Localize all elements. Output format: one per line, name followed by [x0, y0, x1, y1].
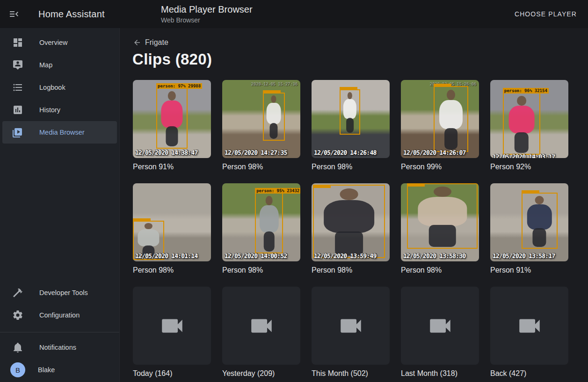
detection-score-chip [522, 190, 539, 194]
person-head-figure [145, 223, 152, 229]
clip-timestamp-overlay: 12/05/2020 13:58:17 [492, 252, 555, 259]
clip-thumbnail: 12/05/2020 13:58:30 [401, 183, 479, 261]
video-camera-icon [248, 312, 275, 339]
clip-card[interactable]: person: 95% 23432 12/05/2020 14:00:52 Pe… [222, 183, 300, 274]
sidebar-toggle-button[interactable] [3, 3, 25, 25]
person-head-figure [340, 188, 358, 200]
clip-thumbnail: 2020-12-05 15:27:36 12/05/2020 14:27:35 [222, 80, 300, 158]
sidebar-item-configuration[interactable]: Configuration [2, 304, 117, 326]
folder-card-back[interactable]: Back (427) [490, 287, 568, 378]
folder-card-today[interactable]: Today (164) [133, 287, 211, 378]
sidebar-item-map[interactable]: Map [2, 54, 117, 76]
detection-bounding-box: person: 95% 23432 [255, 193, 283, 253]
person-legs-figure [444, 128, 457, 150]
clip-timestamp-overlay: 12/05/2020 14:26:07 [403, 149, 466, 156]
person-head-figure [535, 196, 544, 205]
clip-card[interactable]: 2020-12-05 15:26:06 12/05/2020 14:26:07 … [401, 80, 479, 171]
detection-bounding-box [340, 89, 360, 135]
clip-card[interactable]: 12/05/2020 13:58:17 Person 91% [490, 183, 568, 274]
clip-thumbnail: person: 97% 29988 12/05/2020 14:38:47 [133, 80, 211, 158]
list-bulleted-icon [12, 82, 23, 93]
clip-card[interactable]: 12/05/2020 13:59:49 Person 98% [312, 183, 390, 274]
person-legs-figure [428, 225, 456, 246]
choose-player-button[interactable]: CHOOSE PLAYER [511, 0, 581, 28]
camera-osd-datetime: 2020-12-05 15:27:36 [251, 81, 298, 86]
clip-card[interactable]: 2020-12-05 15:27:36 12/05/2020 14:27:35 … [222, 80, 300, 171]
breadcrumb-back-frigate[interactable]: Frigate [133, 38, 168, 47]
person-legs-figure [264, 231, 274, 252]
detection-score-chip: person: 95% 23432 [255, 188, 300, 194]
avatar: B [10, 362, 25, 377]
clip-label: Person 92% [490, 162, 568, 171]
media-player-subtitle: Web Browser [161, 16, 253, 24]
page-title: Clips (820) [132, 50, 212, 68]
menu-open-icon [8, 8, 20, 20]
detection-bounding-box [263, 93, 285, 141]
app-title: Home Assistant [38, 9, 105, 20]
folder-thumbnail [312, 287, 390, 365]
clip-timestamp-overlay: 12/05/2020 14:01:14 [135, 252, 198, 259]
folder-label: This Month (502) [312, 369, 390, 378]
clip-card[interactable]: person: 97% 29988 12/05/2020 14:38:47 Pe… [133, 80, 211, 171]
folder-label: Today (164) [133, 369, 211, 378]
clip-card[interactable]: person: 96% 32154 12/05/2020 14:03:17 Pe… [490, 80, 568, 171]
clip-label: Person 98% [222, 266, 300, 274]
clip-card[interactable]: 12/05/2020 14:01:14 Person 98% [133, 183, 211, 274]
clip-thumbnail: 2020-12-05 15:26:06 12/05/2020 14:26:07 [401, 80, 479, 158]
detection-score-chip [133, 218, 151, 222]
sidebar-item-overview[interactable]: Overview [2, 31, 117, 54]
folder-card-last-month[interactable]: Last Month (318) [401, 287, 479, 378]
person-legs-figure [533, 228, 546, 247]
sidebar-item-developer-tools[interactable]: Developer Tools [2, 281, 117, 304]
folder-card-yesterday[interactable]: Yesterday (209) [222, 287, 300, 378]
folder-thumbnail [490, 287, 568, 365]
clip-thumbnail: person: 96% 32154 12/05/2020 14:03:17 [490, 80, 568, 158]
sidebar-item-media-browser[interactable]: Media Browser [2, 121, 117, 144]
person-head-figure [447, 90, 455, 100]
media-player-title: Media Player Browser [161, 4, 253, 15]
detection-score-chip [407, 183, 425, 187]
detection-score-chip [340, 87, 357, 90]
clip-card[interactable]: 12/05/2020 14:26:48 Person 98% [312, 80, 390, 171]
detection-bounding-box [407, 183, 477, 249]
clip-label: Person 91% [133, 162, 211, 171]
video-camera-icon [337, 312, 364, 339]
sidebar-item-history[interactable]: History [2, 99, 117, 121]
person-body-figure [267, 103, 281, 124]
person-legs-figure [515, 132, 529, 153]
detection-bounding-box [522, 193, 558, 249]
clip-timestamp-overlay: 12/05/2020 13:58:30 [403, 252, 466, 259]
video-camera-icon [516, 312, 543, 339]
detection-bounding-box: person: 96% 32154 [503, 93, 540, 155]
sidebar-item-logbook[interactable]: Logbook [2, 76, 117, 99]
video-camera-icon [427, 312, 454, 339]
detection-bounding-box [434, 86, 468, 151]
person-legs-figure [270, 123, 278, 139]
play-box-multiple-icon [12, 127, 23, 138]
person-body-figure [161, 101, 182, 128]
tooltip-account-icon [12, 59, 23, 71]
notifications-label: Notifications [39, 344, 76, 351]
detection-score-chip: person: 96% 32154 [503, 88, 549, 94]
folder-thumbnail [133, 287, 211, 365]
clip-card[interactable]: 12/05/2020 13:58:30 Person 98% [401, 183, 479, 274]
sidebar: Overview Map Logbook History Media Brows… [0, 28, 120, 382]
folder-card-this-month[interactable]: This Month (502) [312, 287, 390, 378]
detection-score-chip [434, 84, 451, 87]
app-bar: Home Assistant Media Player Browser Web … [0, 0, 588, 28]
person-head-figure [266, 196, 273, 205]
person-body-figure [343, 99, 356, 119]
person-head-figure [517, 96, 526, 106]
clip-timestamp-overlay: 12/05/2020 14:26:48 [313, 149, 377, 156]
sidebar-item-profile[interactable]: B Blake [2, 359, 117, 381]
sidebar-tools-nav: Developer Tools Configuration [0, 278, 119, 326]
media-grid: person: 97% 29988 12/05/2020 14:38:47 Pe… [133, 80, 573, 378]
sidebar-item-notifications[interactable]: Notifications [2, 336, 117, 359]
clip-thumbnail: person: 95% 23432 12/05/2020 14:00:52 [222, 183, 300, 261]
profile-name: Blake [38, 366, 55, 374]
media-browser-content: Frigate Clips (820) person: 97% 29988 12… [120, 28, 588, 382]
folder-thumbnail [401, 287, 479, 365]
clip-label: Person 98% [312, 162, 390, 171]
breadcrumb-label: Frigate [145, 38, 168, 47]
detection-bounding-box [313, 185, 385, 258]
